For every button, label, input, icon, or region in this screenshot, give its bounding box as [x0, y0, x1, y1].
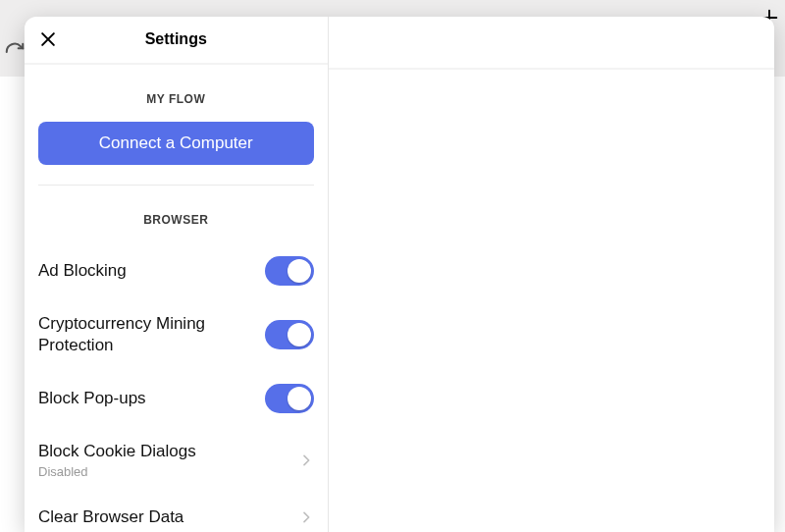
settings-body: MY FLOW Connect a Computer BROWSER Ad Bl…: [25, 65, 328, 532]
row-label: Ad Blocking: [38, 260, 265, 282]
row-label: Block Cookie Dialogs: [38, 441, 298, 462]
row-sublabel: Disabled: [38, 464, 298, 479]
close-icon: [38, 29, 58, 49]
toggle-block-popups[interactable]: [265, 384, 314, 413]
toggle-ad-blocking[interactable]: [265, 256, 314, 286]
chevron-right-icon: [298, 509, 314, 525]
settings-title: Settings: [145, 30, 207, 48]
reload-icon[interactable]: [4, 41, 26, 63]
connect-computer-button[interactable]: Connect a Computer: [38, 122, 314, 165]
chevron-right-icon: [298, 452, 314, 468]
row-clear-browser-data[interactable]: Clear Browser Data: [38, 493, 314, 532]
row-label: Cryptocurrency Mining Protection: [38, 313, 265, 356]
section-heading-myflow: MY FLOW: [38, 92, 314, 106]
section-heading-browser: BROWSER: [38, 213, 314, 227]
row-block-cookie-dialogs[interactable]: Block Cookie Dialogs Disabled: [38, 427, 314, 493]
settings-panel: Settings MY FLOW Connect a Computer BROW…: [25, 17, 329, 532]
row-crypto-mining: Cryptocurrency Mining Protection: [38, 299, 314, 370]
row-ad-blocking: Ad Blocking: [38, 242, 314, 299]
toggle-crypto-mining[interactable]: [265, 320, 314, 349]
settings-modal: Settings MY FLOW Connect a Computer BROW…: [25, 17, 774, 532]
row-block-popups: Block Pop-ups: [38, 370, 314, 427]
row-labels: Block Cookie Dialogs Disabled: [38, 441, 298, 479]
settings-header: Settings: [25, 17, 328, 65]
close-button[interactable]: [36, 27, 60, 51]
row-label: Block Pop-ups: [38, 388, 265, 409]
detail-panel: [329, 17, 775, 532]
divider: [38, 185, 314, 186]
row-label: Clear Browser Data: [38, 506, 298, 528]
